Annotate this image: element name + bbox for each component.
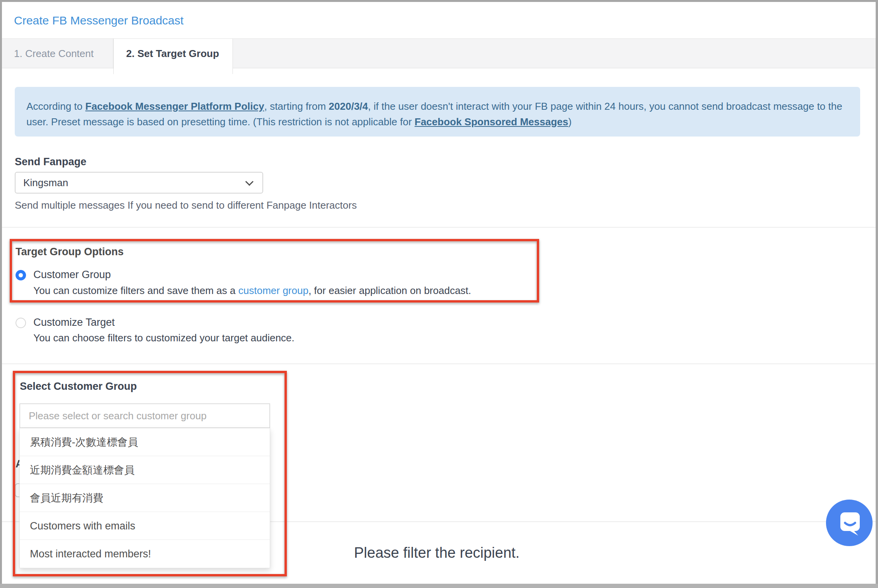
send-fanpage-label: Send Fanpage [15, 156, 87, 168]
window-frame [876, 0, 878, 588]
window-frame [0, 0, 2, 588]
policy-date: 2020/3/4 [329, 100, 368, 112]
window-frame [0, 584, 878, 588]
tab-set-target-group[interactable]: 2. Set Target Group [113, 39, 233, 74]
description-text: , for easier application on broadcast. [309, 285, 471, 296]
section-divider [0, 227, 878, 228]
section-divider [0, 363, 878, 364]
banner-text: ) [568, 116, 572, 128]
sponsored-messages-link[interactable]: Facebook Sponsored Messages [415, 116, 568, 128]
dropdown-option[interactable]: Customers with emails [20, 512, 270, 540]
radio-customer-group-label[interactable]: Customer Group [33, 269, 111, 281]
tab-create-content[interactable]: 1. Create Content [0, 39, 113, 69]
fanpage-helper-text: Send multiple messages If you need to se… [15, 199, 357, 211]
target-group-options-heading: Target Group Options [16, 246, 124, 258]
radio-customize-target[interactable] [16, 318, 26, 328]
customer-group-dropdown: 累積消費-次數達標會員 近期消費金額達標會員 會員近期有消費 Customers… [19, 428, 270, 568]
dropdown-option[interactable]: 近期消費金額達標會員 [20, 456, 270, 484]
banner-text: , starting from [264, 100, 329, 112]
customer-group-search-input[interactable] [19, 403, 270, 428]
fanpage-select[interactable]: Kingsman [15, 172, 263, 194]
fanpage-selected-value: Kingsman [23, 173, 68, 193]
customer-group-link[interactable]: customer group [238, 285, 309, 296]
recipient-hint-text: Please filter the recipient. [354, 545, 520, 561]
intercom-chat-icon [826, 500, 873, 546]
window-frame [0, 0, 878, 2]
radio-customer-group[interactable] [16, 270, 26, 280]
dropdown-option[interactable]: 累積消費-次數達標會員 [20, 428, 270, 456]
page-title: Create FB Messenger Broadcast [14, 14, 184, 27]
intercom-chat-button[interactable] [826, 500, 873, 546]
customer-group-description: You can customize filters and save them … [33, 285, 471, 297]
radio-customize-target-label[interactable]: Customize Target [33, 316, 115, 329]
customize-target-description: You can choose filters to customized you… [33, 332, 295, 344]
select-customer-group-heading: Select Customer Group [20, 380, 137, 393]
create-broadcast-window: Create FB Messenger Broadcast 1. Create … [0, 0, 878, 588]
dropdown-option[interactable]: 會員近期有消費 [20, 484, 270, 512]
policy-link[interactable]: Facebook Messenger Platform Policy [85, 100, 264, 112]
chevron-down-icon [245, 178, 253, 186]
description-text: You can customize filters and save them … [33, 285, 238, 296]
policy-info-banner: According to Facebook Messenger Platform… [15, 87, 860, 137]
dropdown-option[interactable]: Most interacted members! [20, 540, 270, 568]
tab-bar: 1. Create Content 2. Set Target Group [0, 38, 878, 68]
banner-text: According to [26, 100, 85, 112]
